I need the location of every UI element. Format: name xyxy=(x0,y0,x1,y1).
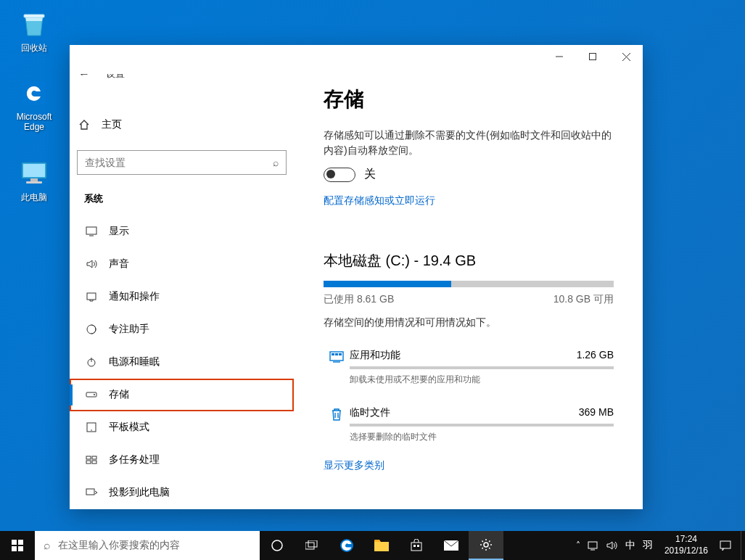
svg-rect-29 xyxy=(12,540,17,545)
sidebar-item-multitask[interactable]: 多任务处理 xyxy=(70,444,294,477)
tablet-icon xyxy=(84,421,99,433)
svg-rect-27 xyxy=(339,353,342,355)
svg-rect-37 xyxy=(374,542,389,551)
sidebar-item-label: 显示 xyxy=(109,225,129,238)
sound-icon xyxy=(84,258,99,270)
taskbar-app-explorer[interactable] xyxy=(364,531,399,560)
sidebar-item-label: 平板模式 xyxy=(109,421,149,434)
maximize-button[interactable] xyxy=(576,45,609,68)
disk-title: 本地磁盘 (C:) - 19.4 GB xyxy=(324,251,614,271)
svg-rect-19 xyxy=(86,456,91,459)
desktop-icon-label: 此电脑 xyxy=(9,192,59,204)
sidebar-item-notifications[interactable]: 通知和操作 xyxy=(70,281,294,313)
show-more-categories-link[interactable]: 显示更多类别 xyxy=(324,459,384,472)
sidebar-item-label: 投影到此电脑 xyxy=(109,486,170,499)
home-icon xyxy=(77,119,91,131)
back-button[interactable]: ← xyxy=(70,74,99,88)
notifications-icon xyxy=(84,291,99,302)
focus-icon xyxy=(84,324,99,335)
sidebar-search[interactable]: ⌕ xyxy=(77,150,287,174)
ime-mode[interactable]: 羽 xyxy=(643,539,653,552)
svg-rect-22 xyxy=(92,461,96,464)
task-view-button[interactable] xyxy=(295,531,329,560)
storage-category-apps[interactable]: 应用和功能1.26 GB 卸载未使用或不想要的应用和功能 xyxy=(324,339,614,396)
svg-point-18 xyxy=(91,430,92,432)
category-name: 应用和功能 xyxy=(350,349,400,362)
sidebar-item-label: 主页 xyxy=(102,118,122,131)
desktop-icon-recycle-bin[interactable]: 回收站 xyxy=(9,9,59,54)
ime-language[interactable]: 中 xyxy=(625,539,635,552)
sidebar-item-power[interactable]: 电源和睡眠 xyxy=(70,346,294,379)
start-button[interactable] xyxy=(0,531,35,560)
svg-rect-45 xyxy=(720,541,730,548)
clock-time: 17:24 xyxy=(664,534,708,545)
svg-rect-38 xyxy=(411,543,421,551)
sidebar-item-focus[interactable]: 专注助手 xyxy=(70,313,294,346)
desktop-icon-this-pc[interactable]: 此电脑 xyxy=(9,158,59,204)
taskbar-app-store[interactable] xyxy=(399,531,434,560)
category-size: 1.26 GB xyxy=(577,349,614,362)
svg-rect-25 xyxy=(332,353,334,355)
close-button[interactable] xyxy=(609,45,643,68)
apps-icon xyxy=(324,349,350,365)
desktop-icon-edge[interactable]: Microsoft Edge xyxy=(9,78,59,132)
svg-rect-40 xyxy=(417,545,419,547)
sidebar-item-home[interactable]: 主页 xyxy=(70,110,294,139)
titlebar xyxy=(70,45,643,74)
category-name: 临时文件 xyxy=(350,406,390,419)
action-center-icon[interactable] xyxy=(720,540,731,551)
svg-point-33 xyxy=(272,540,282,551)
storage-category-temp[interactable]: 临时文件369 MB 选择要删除的临时文件 xyxy=(324,396,614,453)
power-icon xyxy=(84,356,99,368)
disk-used-label: 已使用 8.61 GB xyxy=(324,293,394,306)
cortana-button[interactable] xyxy=(260,531,295,560)
content-pane[interactable]: 存储 存储感知可以通过删除不需要的文件(例如临时文件和回收站中的内容)自动释放空… xyxy=(294,74,643,509)
clock-date: 2019/12/16 xyxy=(664,545,708,557)
minimize-button[interactable] xyxy=(543,45,576,68)
svg-rect-1 xyxy=(22,82,46,105)
svg-rect-34 xyxy=(305,543,314,549)
svg-rect-5 xyxy=(26,181,42,184)
category-size: 369 MB xyxy=(579,406,614,419)
svg-rect-21 xyxy=(86,461,91,464)
sidebar-item-tablet[interactable]: 平板模式 xyxy=(70,411,294,444)
sidebar-item-project[interactable]: 投影到此电脑 xyxy=(70,477,294,509)
sidebar: ← 设置 主页 ⌕ 系统 显示 声音 通知和操作 xyxy=(70,74,294,509)
sidebar-item-display[interactable]: 显示 xyxy=(70,215,294,248)
svg-rect-20 xyxy=(92,456,96,459)
configure-storage-sense-link[interactable]: 配置存储感知或立即运行 xyxy=(324,194,435,207)
sidebar-item-sound[interactable]: 声音 xyxy=(70,248,294,281)
toggle-state-label: 关 xyxy=(364,167,376,182)
taskbar-app-edge[interactable] xyxy=(329,531,364,560)
storage-sense-description: 存储感知可以通过删除不需要的文件(例如临时文件和回收站中的内容)自动释放空间。 xyxy=(324,128,614,158)
taskbar-app-settings[interactable] xyxy=(469,531,503,560)
taskbar-app-mail[interactable] xyxy=(434,531,469,560)
svg-rect-26 xyxy=(335,353,338,355)
search-input[interactable] xyxy=(85,157,273,168)
svg-rect-10 xyxy=(86,227,96,234)
storage-icon xyxy=(84,389,99,400)
svg-rect-31 xyxy=(12,546,17,551)
svg-rect-12 xyxy=(87,293,96,300)
search-icon: ⌕ xyxy=(273,157,279,168)
sidebar-item-storage[interactable]: 存储 xyxy=(70,379,294,411)
category-subtext: 选择要删除的临时文件 xyxy=(350,431,614,443)
svg-rect-32 xyxy=(18,546,23,551)
svg-point-16 xyxy=(94,394,95,395)
pc-icon xyxy=(19,158,49,189)
storage-sense-toggle[interactable] xyxy=(324,168,355,182)
recycle-bin-icon xyxy=(19,9,49,39)
system-tray[interactable]: ˄ 中 羽 17:24 2019/12/16 xyxy=(567,531,741,560)
sidebar-item-label: 专注助手 xyxy=(109,323,149,336)
taskbar-clock[interactable]: 17:24 2019/12/16 xyxy=(660,534,712,556)
tray-chevron-up-icon[interactable]: ˄ xyxy=(576,540,580,551)
sidebar-item-label: 声音 xyxy=(109,258,129,271)
svg-rect-23 xyxy=(86,489,94,495)
taskbar: ⌕ 在这里输入你要搜索的内容 ˄ 中 羽 17:24 2019/12/16 xyxy=(0,531,745,560)
tray-volume-icon[interactable] xyxy=(606,540,618,551)
section-label: 系统 xyxy=(70,188,294,215)
tray-network-icon[interactable] xyxy=(588,540,599,551)
project-icon xyxy=(84,487,99,498)
taskbar-search[interactable]: ⌕ 在这里输入你要搜索的内容 xyxy=(35,531,260,560)
show-desktop-button[interactable] xyxy=(741,531,745,560)
